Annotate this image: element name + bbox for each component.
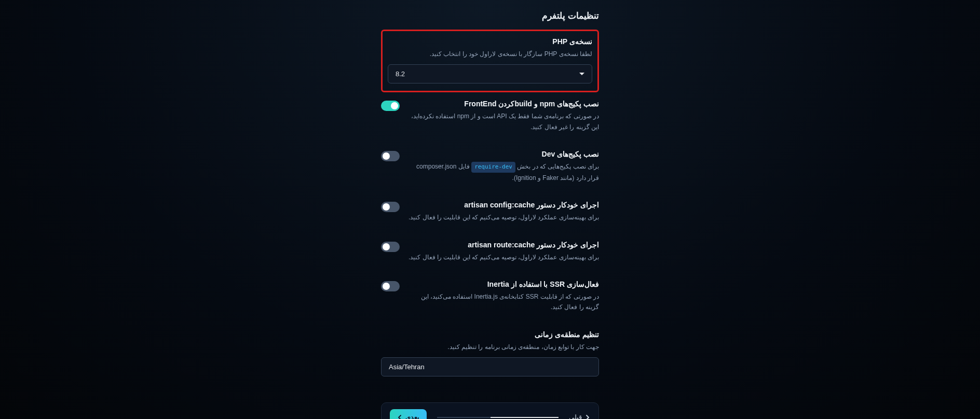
wizard-footer: قبلی بعدی (381, 402, 599, 419)
npm-build-desc: در صورتی که برنامه‌ی شما فقط یک API است … (406, 111, 599, 132)
php-version-value: 8.2 (396, 70, 405, 78)
toggle-knob (391, 102, 398, 109)
toggle-knob (383, 243, 390, 250)
php-version-desc: لطفا نسخه‌ی PHP سازگار با نسخه‌ی لاراول … (388, 49, 592, 59)
config-cache-row: اجرای خودکار دستور artisan config:cache … (381, 201, 599, 228)
config-cache-label: اجرای خودکار دستور artisan config:cache (406, 201, 599, 209)
progress-bar (437, 417, 559, 418)
dev-packages-desc: برای نصب پکیج‌هایی که در بخش require-dev… (406, 161, 599, 183)
config-cache-toggle[interactable] (381, 202, 400, 212)
timezone-section: تنظیم منطقه‌ی زمانی جهت کار با توابع زما… (381, 330, 599, 376)
timezone-input[interactable] (381, 357, 599, 376)
timezone-desc: جهت کار با توابع زمان، منطقه‌ی زمانی برن… (381, 342, 599, 352)
config-cache-desc: برای بهینه‌سازی عملکرد لاراول، توصیه می‌… (406, 212, 599, 222)
dev-packages-row: نصب پکیج‌های Dev برای نصب پکیج‌هایی که د… (381, 150, 599, 188)
php-version-highlight: نسخه‌ی PHP لطفا نسخه‌ی PHP سازگار با نسخ… (381, 30, 599, 92)
page-title: تنظیمات پلتفرم (381, 10, 599, 21)
require-dev-code: require-dev (471, 162, 515, 173)
dev-packages-label: نصب پکیج‌های Dev (406, 150, 599, 158)
npm-build-toggle[interactable] (381, 101, 400, 111)
next-button[interactable]: بعدی (390, 409, 427, 419)
ssr-inertia-desc: در صورتی که از قابلیت SSR کتابخانه‌ی Ine… (406, 291, 599, 313)
chevron-right-icon (585, 415, 590, 419)
dev-packages-toggle[interactable] (381, 151, 400, 161)
caret-down-icon (579, 73, 584, 75)
route-cache-row: اجرای خودکار دستور artisan route:cache ب… (381, 241, 599, 268)
prev-button[interactable]: قبلی (569, 413, 590, 419)
chevron-left-icon (397, 415, 402, 419)
ssr-inertia-row: فعال‌سازی SSR با استفاده از Inertia در ص… (381, 280, 599, 318)
ssr-inertia-toggle[interactable] (381, 281, 400, 291)
next-label: بعدی (405, 413, 419, 419)
timezone-label: تنظیم منطقه‌ی زمانی (381, 330, 599, 339)
php-version-select[interactable]: 8.2 (388, 64, 592, 83)
route-cache-desc: برای بهینه‌سازی عملکرد لاراول، توصیه می‌… (406, 252, 599, 262)
route-cache-toggle[interactable] (381, 242, 400, 252)
php-version-label: نسخه‌ی PHP (388, 37, 592, 46)
toggle-knob (383, 283, 390, 290)
npm-build-row: نصب پکیج‌های npm و buildکردن FrontEnd در… (381, 100, 599, 137)
toggle-knob (383, 152, 390, 160)
settings-form: تنظیمات پلتفرم نسخه‌ی PHP لطفا نسخه‌ی PH… (381, 10, 599, 419)
route-cache-label: اجرای خودکار دستور artisan route:cache (406, 241, 599, 249)
npm-build-label: نصب پکیج‌های npm و buildکردن FrontEnd (406, 100, 599, 108)
toggle-knob (383, 203, 390, 211)
ssr-inertia-label: فعال‌سازی SSR با استفاده از Inertia (406, 280, 599, 288)
prev-label: قبلی (569, 413, 582, 419)
progress-fill (491, 417, 559, 418)
